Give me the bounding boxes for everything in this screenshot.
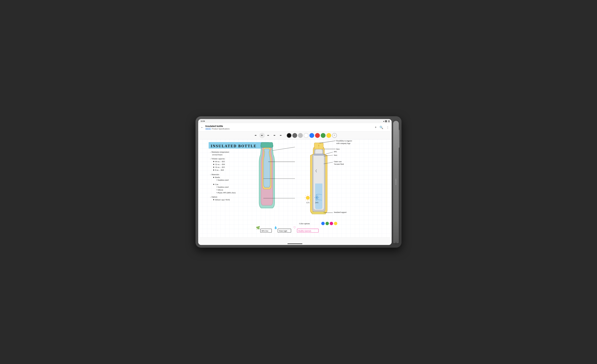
- svg-text:Healthy materials: Healthy materials: [298, 230, 311, 232]
- search-button[interactable]: 🔍: [379, 126, 383, 129]
- svg-text:★ 32 oz. – $30: ★ 32 oz. – $30: [213, 163, 225, 165]
- stylus-tip: [395, 241, 397, 244]
- svg-text:Outer case: Outer case: [334, 161, 342, 163]
- signal-icon: ▌▌: [385, 120, 388, 122]
- svg-text:Inox: Inox: [334, 154, 337, 156]
- svg-line-31: [324, 162, 333, 164]
- svg-point-55: [317, 195, 317, 195]
- svg-point-58: [319, 197, 319, 198]
- svg-rect-23: [314, 143, 323, 149]
- svg-text:• Plastic PP5 (BPA-free): • Plastic PP5 (BPA-free): [216, 192, 236, 194]
- svg-point-41: [306, 196, 310, 200]
- color-green[interactable]: [321, 133, 325, 138]
- svg-line-30: [324, 155, 333, 156]
- svg-line-27: [320, 141, 336, 143]
- color-black[interactable]: [287, 133, 291, 138]
- svg-text:Color options: Color options: [299, 222, 310, 225]
- app-title: Insulated bottle: [205, 125, 375, 128]
- status-icons: ▲ ▌▌ ▐: [383, 120, 389, 122]
- svg-text:• Stainless steel: • Stainless steel: [216, 179, 229, 181]
- svg-line-19: [273, 147, 295, 151]
- color-yellow[interactable]: [326, 133, 331, 138]
- color-light-gray[interactable]: [298, 133, 303, 138]
- back-button[interactable]: ←: [201, 126, 204, 129]
- stylus-brand-label: Lenovo: [395, 179, 397, 185]
- svg-text:12 h: 12 h: [306, 201, 309, 204]
- svg-text:several hours: several hours: [212, 154, 222, 156]
- svg-point-56: [317, 200, 317, 200]
- svg-text:with company logo: with company logo: [336, 142, 350, 144]
- svg-point-61: [321, 222, 325, 225]
- svg-rect-72: [297, 229, 319, 232]
- svg-text:– Volume capacity:: – Volume capacity:: [210, 157, 225, 160]
- svg-text:★ Bottle: ★ Bottle: [213, 176, 220, 178]
- svg-text:• Stainless steel: • Stainless steel: [216, 186, 229, 188]
- pen-tool-4[interactable]: ✒: [272, 133, 277, 138]
- svg-text:– Option:: – Option:: [210, 196, 218, 198]
- pen-icon-4: ✒: [274, 134, 276, 137]
- svg-rect-18: [261, 142, 273, 147]
- svg-text:★ 64 oz. – $35: ★ 64 oz. – $35: [213, 160, 225, 163]
- svg-rect-0: [209, 142, 269, 149]
- svg-text:Inox: Inox: [336, 148, 339, 150]
- status-bar: 12:34 ▲ ▌▌ ▐: [198, 119, 392, 123]
- pen-tool-1[interactable]: ✒: [253, 133, 259, 138]
- svg-rect-69: [278, 229, 291, 232]
- drawing-toolbar: ✒ ✒ ✒ ✒ ✒ +: [198, 132, 392, 139]
- wifi-icon: ▲: [383, 120, 385, 122]
- svg-text:Vacuum flask: Vacuum flask: [334, 163, 344, 165]
- pen-icon-3: ✒: [267, 134, 269, 137]
- bottom-nav-bar: [198, 238, 392, 245]
- svg-text:💧: 💧: [274, 226, 277, 229]
- nav-indicator: [287, 243, 302, 244]
- canvas-area[interactable]: INSULATED BOTTLE – Maintains temperature…: [198, 139, 392, 238]
- pen-icon-1: ✒: [255, 134, 257, 137]
- svg-text:🌿: 🌿: [256, 226, 260, 230]
- color-red[interactable]: [315, 133, 320, 138]
- svg-point-63: [330, 222, 333, 225]
- svg-text:PP5: PP5: [334, 151, 337, 153]
- lang-badge: EN·US: [205, 128, 211, 130]
- svg-rect-66: [260, 229, 272, 232]
- svg-text:– Maintains temperature: – Maintains temperature: [210, 151, 229, 153]
- svg-line-47: [310, 196, 310, 196]
- pen-icon-5: ✒: [280, 134, 282, 137]
- pen-icon-2: ✒: [261, 134, 263, 137]
- status-time: 12:34: [201, 120, 205, 123]
- svg-line-48: [306, 200, 306, 200]
- svg-line-54: [315, 196, 318, 199]
- svg-text:BPA-free: BPA-free: [261, 230, 268, 232]
- svg-text:★ 8 oz. – $20: ★ 8 oz. – $20: [213, 169, 224, 171]
- add-color-button[interactable]: +: [332, 133, 337, 138]
- svg-text:★ Infuser cap (+$10): ★ Infuser cap (+$10): [213, 199, 230, 201]
- svg-text:Water-tight: Water-tight: [279, 230, 287, 232]
- svg-point-62: [325, 222, 329, 225]
- battery-icon: ▐: [388, 120, 389, 122]
- svg-line-29: [324, 152, 333, 155]
- pen-tool-2[interactable]: ✒: [259, 133, 265, 138]
- svg-point-57: [315, 197, 315, 198]
- svg-text:INSULATED BOTTLE: INSULATED BOTTLE: [211, 144, 257, 148]
- tablet-screen: 12:34 ▲ ▌▌ ▐ ← Insulated bottle EN·US Pr…: [198, 119, 392, 245]
- app-bar-actions: + 🔍 ⋮: [375, 126, 389, 129]
- svg-rect-26: [312, 212, 326, 214]
- tablet-device: 12:34 ▲ ▌▌ ▐ ← Insulated bottle EN·US Pr…: [196, 116, 401, 248]
- add-button[interactable]: +: [375, 126, 377, 129]
- svg-text:♡: ♡: [293, 226, 296, 229]
- svg-text:★ Can: ★ Can: [213, 183, 218, 186]
- stylus-clip: [398, 130, 399, 148]
- pen-tool-5[interactable]: ✒: [278, 133, 283, 138]
- app-bar: ← Insulated bottle EN·US Product Specifi…: [198, 123, 392, 132]
- app-subtitle-text: Product Specifications: [212, 128, 230, 130]
- more-button[interactable]: ⋮: [386, 126, 389, 129]
- svg-line-49: [310, 200, 310, 200]
- color-dark-gray[interactable]: [292, 133, 297, 138]
- pen-tool-3[interactable]: ✒: [266, 133, 271, 138]
- app-subtitle-row: EN·US Product Specifications: [205, 128, 375, 130]
- color-white[interactable]: [304, 133, 308, 138]
- color-blue[interactable]: [309, 133, 314, 138]
- svg-text:• Silicon: • Silicon: [216, 189, 223, 191]
- svg-text:24 h: 24 h: [315, 201, 318, 204]
- drawing-canvas[interactable]: INSULATED BOTTLE – Maintains temperature…: [198, 139, 392, 238]
- title-area: Insulated bottle EN·US Product Specifica…: [205, 125, 375, 130]
